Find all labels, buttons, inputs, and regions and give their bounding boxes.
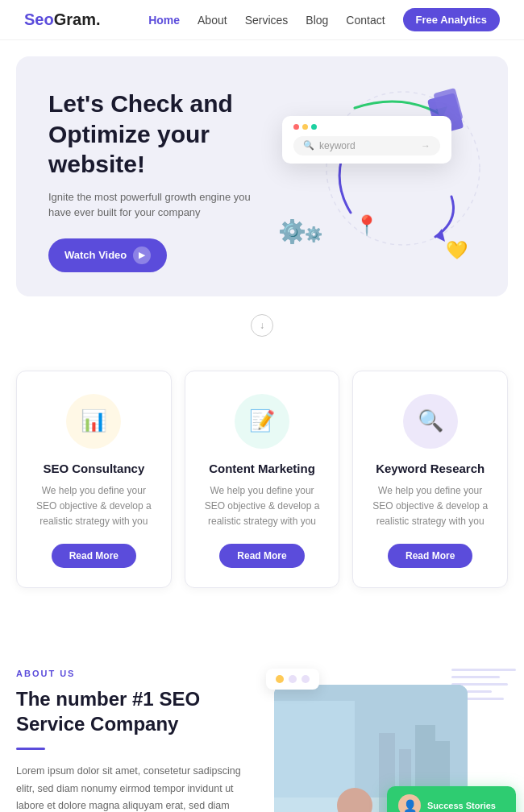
- dot-purple-circle-2: [302, 675, 310, 683]
- scroll-down-icon: ↓: [260, 320, 264, 331]
- navigation: SeoGram. Home About Services Blog Contac…: [0, 0, 524, 40]
- services-grid: 📊 SEO Consultancy We help you define you…: [16, 371, 508, 589]
- search-keyword: keyword: [319, 140, 356, 151]
- hero-section: Let's Check and Optimize your website! I…: [16, 56, 508, 296]
- service-card-seo: 📊 SEO Consultancy We help you define you…: [16, 371, 172, 589]
- about-section: ABOUT US The number #1 SEO Service Compa…: [0, 644, 524, 812]
- nav-blog[interactable]: Blog: [306, 14, 328, 27]
- search-icon-small: 🔍: [303, 140, 314, 151]
- hero-title: Let's Check and Optimize your website!: [48, 89, 266, 180]
- about-label: ABOUT US: [16, 669, 242, 678]
- about-title: The number #1 SEO Service Company: [16, 686, 242, 736]
- circle-arrows-icon: [306, 84, 484, 253]
- success-title: Success Stories: [427, 801, 496, 810]
- deco-line-2: [451, 676, 500, 678]
- content-card-description: We help you define your SEO objective & …: [202, 483, 323, 530]
- logo[interactable]: SeoGram.: [24, 10, 101, 29]
- scroll-indicator[interactable]: ↓: [0, 304, 524, 346]
- dot-red: [293, 124, 299, 130]
- pin-decoration: 📍: [355, 214, 379, 237]
- free-analytics-button[interactable]: Free Analytics: [403, 8, 500, 31]
- deco-line-1: [451, 669, 516, 671]
- success-card-header: 👤 Success Stories: [398, 794, 505, 812]
- service-card-keyword: 🔍 Keyword Research We help you define yo…: [352, 371, 508, 589]
- nav-home[interactable]: Home: [148, 14, 180, 27]
- seo-icon-wrap: 📊: [66, 394, 121, 449]
- dot-green: [311, 124, 317, 130]
- play-icon: ▶: [133, 246, 151, 264]
- browser-mockup: 🔍 keyword →: [282, 116, 451, 164]
- heart-decoration: 💛: [446, 240, 468, 261]
- content-read-more-button[interactable]: Read More: [219, 544, 304, 568]
- success-avatar: 👤: [398, 794, 421, 812]
- content-icon-wrap: 📝: [235, 394, 289, 449]
- seo-card-title: SEO Consultancy: [33, 462, 155, 475]
- dots-card: [266, 669, 319, 690]
- arrow-icon: →: [421, 140, 430, 151]
- seo-card-description: We help you define your SEO objective & …: [33, 483, 155, 530]
- nav-contact[interactable]: Contact: [346, 14, 385, 27]
- seo-read-more-button[interactable]: Read More: [52, 544, 136, 568]
- content-card-title: Content Marketing: [202, 462, 323, 475]
- keyword-card-title: Keyword Research: [369, 462, 491, 475]
- about-text-block: ABOUT US The number #1 SEO Service Compa…: [16, 669, 242, 812]
- nav-services[interactable]: Services: [245, 14, 289, 27]
- success-stories-card: 👤 Success Stories The best SEO agency in…: [387, 786, 516, 812]
- keyword-card-description: We help you define your SEO objective & …: [369, 483, 491, 530]
- logo-text: SeoGram.: [24, 10, 101, 28]
- about-divider: [16, 748, 45, 750]
- keyword-icon-wrap: 🔍: [403, 394, 458, 449]
- seo-consultancy-icon: 📊: [81, 408, 106, 433]
- hero-illustration: 🔍 keyword → ⚙️ ⚙️ 📍 💛: [266, 92, 476, 269]
- content-marketing-icon: 📝: [249, 408, 275, 433]
- nav-about[interactable]: About: [198, 14, 227, 27]
- hero-subtitle: Ignite the most powerfull growth engine …: [48, 189, 266, 221]
- watch-video-label: Watch Video: [64, 249, 127, 261]
- hero-text: Let's Check and Optimize your website! I…: [48, 89, 266, 272]
- dot-purple-circle-1: [289, 675, 297, 683]
- about-body1: Lorem ipsum dolor sit amet, consetetur s…: [16, 763, 242, 812]
- about-image-side: 👤 Success Stories The best SEO agency in…: [266, 669, 508, 812]
- dot-yellow: [302, 124, 308, 130]
- watch-video-button[interactable]: Watch Video ▶: [48, 238, 167, 272]
- dot-yellow-circle: [276, 675, 284, 683]
- gear-decoration: ⚙️ ⚙️: [278, 218, 322, 245]
- nav-links: Home About Services Blog Contact Free An…: [148, 8, 500, 31]
- keyword-research-icon: 🔍: [418, 408, 443, 433]
- service-card-content: 📝 Content Marketing We help you define y…: [185, 371, 340, 589]
- services-section: 📊 SEO Consultancy We help you define you…: [0, 346, 524, 613]
- keyword-read-more-button[interactable]: Read More: [388, 544, 472, 568]
